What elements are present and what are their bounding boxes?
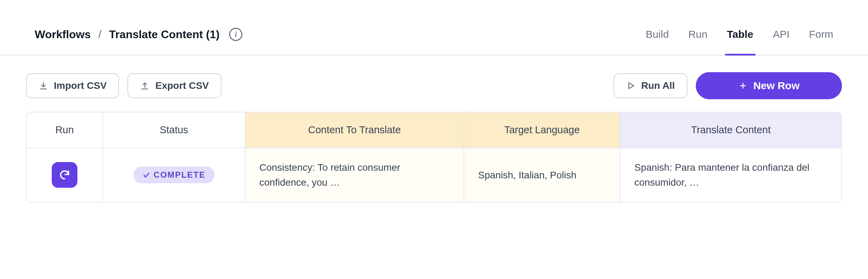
play-icon <box>626 81 636 91</box>
table-container: Run Status Content To Translate Target L… <box>0 112 868 203</box>
column-header-status: Status <box>103 112 245 148</box>
column-header-run: Run <box>27 112 103 148</box>
data-table: Run Status Content To Translate Target L… <box>26 112 842 203</box>
rerun-button[interactable] <box>52 162 77 188</box>
download-icon <box>39 81 48 91</box>
refresh-icon <box>59 169 70 181</box>
table-row: COMPLETE Consistency: To retain consumer… <box>27 148 841 202</box>
breadcrumb-current: Translate Content (1) <box>109 28 219 41</box>
cell-target[interactable]: Spanish, Italian, Polish <box>464 148 620 202</box>
cell-translate[interactable]: Spanish: Para mantener la confianza del … <box>620 148 841 202</box>
status-text: COMPLETE <box>153 170 205 180</box>
content-text: Consistency: To retain consumer confiden… <box>259 160 450 190</box>
export-csv-button[interactable]: Export CSV <box>127 73 221 98</box>
check-icon <box>142 171 151 179</box>
breadcrumb: Workflows / Translate Content (1) i <box>35 28 242 41</box>
cell-status: COMPLETE <box>103 148 245 202</box>
new-row-button[interactable]: New Row <box>696 72 842 99</box>
breadcrumb-root[interactable]: Workflows <box>35 28 91 41</box>
info-icon[interactable]: i <box>229 28 242 41</box>
import-csv-label: Import CSV <box>54 80 107 91</box>
toolbar: Import CSV Export CSV Run All New Row <box>0 56 868 112</box>
column-header-content: Content To Translate <box>245 112 464 148</box>
status-badge: COMPLETE <box>133 167 214 183</box>
upload-icon <box>140 81 150 91</box>
new-row-label: New Row <box>753 80 800 92</box>
target-text: Spanish, Italian, Polish <box>478 168 606 183</box>
tab-form[interactable]: Form <box>809 28 833 55</box>
run-all-label: Run All <box>641 80 675 91</box>
plus-icon <box>738 81 748 91</box>
cell-content[interactable]: Consistency: To retain consumer confiden… <box>245 148 464 202</box>
run-all-button[interactable]: Run All <box>614 73 687 98</box>
tab-build[interactable]: Build <box>646 28 669 55</box>
import-csv-button[interactable]: Import CSV <box>26 73 119 98</box>
breadcrumb-separator: / <box>98 28 101 41</box>
column-header-target: Target Language <box>464 112 620 148</box>
tabs: Build Run Table API Form <box>646 14 833 55</box>
export-csv-label: Export CSV <box>155 80 209 91</box>
tab-api[interactable]: API <box>773 28 790 55</box>
translate-text: Spanish: Para mantener la confianza del … <box>634 160 827 190</box>
tab-run[interactable]: Run <box>688 28 707 55</box>
header: Workflows / Translate Content (1) i Buil… <box>0 0 868 56</box>
cell-run <box>27 148 103 202</box>
table-header-row: Run Status Content To Translate Target L… <box>27 112 841 148</box>
column-header-translate: Translate Content <box>620 112 841 148</box>
tab-table[interactable]: Table <box>727 28 753 55</box>
